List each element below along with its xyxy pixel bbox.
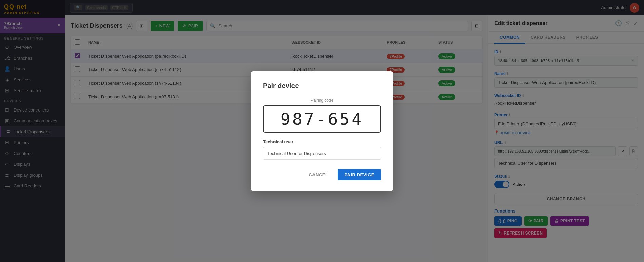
- pair-device-modal: Pair device Pairing code Technical user …: [251, 71, 393, 191]
- modal-title: Pair device: [263, 82, 381, 90]
- modal-overlay[interactable]: Pair device Pairing code Technical user …: [0, 0, 644, 262]
- pairing-code-label: Pairing code: [263, 98, 381, 103]
- pairing-code-input[interactable]: [263, 105, 381, 133]
- cancel-button[interactable]: CANCEL: [303, 169, 334, 180]
- modal-footer: CANCEL PAIR DEVICE: [263, 169, 381, 180]
- pair-device-button[interactable]: PAIR DEVICE: [338, 169, 381, 180]
- tech-user-modal-select[interactable]: Technical User for Dispensers: [263, 147, 381, 160]
- tech-user-modal-label: Technical user: [263, 139, 381, 144]
